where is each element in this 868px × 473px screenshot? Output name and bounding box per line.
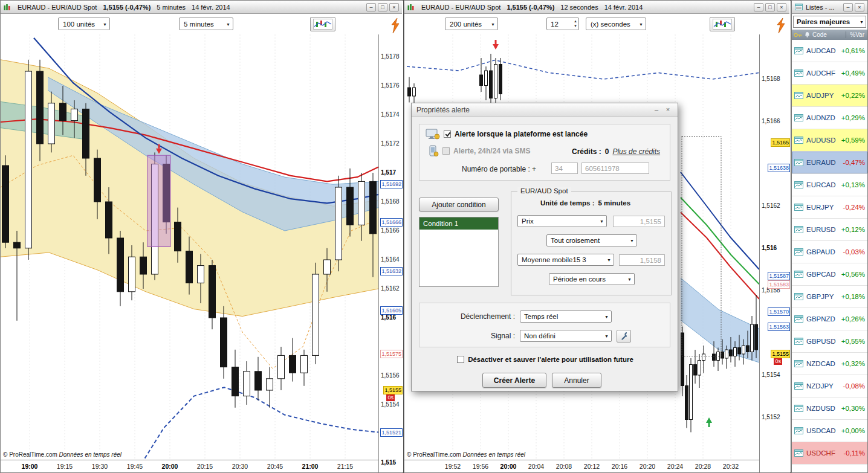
time-axis[interactable]: 19:5219:5620:0020:0420:0820:1220:1620:20… <box>404 460 789 472</box>
price-axis[interactable]: 1,51681,51661,51621,5161,51581,51541,515… <box>759 1 791 472</box>
instrument-var: +0,18% <box>841 293 865 300</box>
maximize-button[interactable]: □ <box>378 3 387 11</box>
time-tick: 20:08 <box>556 463 572 470</box>
window-timeframe: 12 secondes <box>560 4 598 11</box>
instrument-var: -0,11% <box>843 449 865 457</box>
instrument-list[interactable]: AUDCAD+0,61% AUDCHF+0,49% AUDJPY+0,22% A… <box>792 40 867 472</box>
cancel-button[interactable]: Annuler <box>552 373 601 388</box>
price-label: 1,51521 <box>380 428 403 437</box>
instrument-row[interactable]: EURCAD+0,13% <box>792 174 867 196</box>
spinner-up-icon[interactable]: ▲ <box>574 19 577 24</box>
phone-prefix-field[interactable] <box>551 162 578 174</box>
signal-settings-button[interactable] <box>617 330 631 343</box>
window-titlebar[interactable]: Listes - ... – × <box>792 1 867 14</box>
price-label: 1,51692 <box>380 180 403 188</box>
units-dropdown[interactable]: 200 unités ▼ <box>445 18 498 30</box>
instrument-row[interactable]: AUDUSD+0,59% <box>792 129 867 152</box>
timeframe-label: Unité de temps : <box>540 199 594 207</box>
instrument-row[interactable]: GBPJPY+0,18% <box>792 286 867 308</box>
minimize-button[interactable]: – <box>652 106 661 114</box>
minimize-button[interactable]: – <box>754 3 763 11</box>
price-source-dropdown[interactable]: Prix ▼ <box>517 215 607 227</box>
instrument-var: +0,26% <box>841 315 865 323</box>
time-tick: 19:00 <box>22 463 38 470</box>
window-titlebar[interactable]: EURAUD - EUR/AUD Spot 1,5155 (-0,47%) 12… <box>404 1 789 14</box>
time-tick: 19:45 <box>127 463 143 470</box>
phone-number-field[interactable] <box>581 162 649 174</box>
price-axis[interactable]: 1,51781,51761,51741,51721,5171,51681,516… <box>378 1 403 472</box>
timeframe-unit-dropdown[interactable]: (x) secondes ▼ <box>586 18 646 30</box>
maximize-button[interactable]: □ <box>765 3 775 11</box>
window-quote: 1,5155 (-0,47%) <box>103 4 151 11</box>
instrument-row[interactable]: NZDCAD+0,32% <box>792 353 867 375</box>
list-header[interactable]: Code %Var <box>792 30 867 40</box>
price-tick: 1,5152 <box>762 414 780 420</box>
instrument-row[interactable]: AUDCHF+0,49% <box>792 62 867 85</box>
close-button[interactable]: × <box>663 106 673 114</box>
chart-type-button[interactable] <box>710 17 735 31</box>
trigger-box: Déclenchement : Temps réel ▼ Signal : No… <box>419 303 670 347</box>
instrument-row[interactable]: AUDNZD+0,29% <box>792 107 867 129</box>
instrument-row[interactable]: EURUSD+0,12% <box>792 219 867 241</box>
price-value-field[interactable] <box>613 216 665 227</box>
period-dropdown[interactable]: Période en cours ▼ <box>549 273 635 285</box>
instrument-row[interactable]: EURJPY-0,24% <box>792 196 867 219</box>
launch-alert-checkbox[interactable] <box>444 130 451 138</box>
price-tick: 1,5176 <box>381 82 400 89</box>
dialog-title: Propriétés alerte <box>416 106 470 114</box>
instrument-row[interactable]: GBPCAD+0,56% <box>792 263 867 286</box>
instrument-row[interactable]: GBPNZD+0,26% <box>792 308 867 330</box>
disable-save-checkbox[interactable] <box>457 356 464 363</box>
list-selector-dropdown[interactable]: Paires majeures ▼ <box>793 16 866 28</box>
copyright-note: © ProRealTime.com Données en temps réel <box>3 451 121 458</box>
mini-chart-icon <box>794 204 803 211</box>
instrument-row[interactable]: AUDCAD+0,61% <box>792 40 867 62</box>
crossing-dropdown[interactable]: Tout croisement ▼ <box>546 234 637 246</box>
instrument-row[interactable]: EURAUD-0,47% <box>792 152 867 174</box>
price-chart-canvas[interactable] <box>1 1 403 473</box>
time-tick: 20:32 <box>723 463 739 470</box>
trigger-dropdown[interactable]: Temps réel ▼ <box>520 311 612 323</box>
instrument-var: +0,61% <box>841 47 865 54</box>
close-button[interactable]: × <box>389 3 399 11</box>
instrument-row[interactable]: USDCHF-0,11% <box>792 442 867 465</box>
indicator-dropdown[interactable]: Moyenne mobile15 3 ▼ <box>517 254 614 266</box>
close-button[interactable]: × <box>777 3 786 11</box>
chart-window-icon <box>407 4 415 11</box>
minimize-button[interactable]: – <box>843 3 853 11</box>
chart-type-button[interactable] <box>310 17 335 31</box>
prorealtime-logo-icon[interactable] <box>775 18 787 37</box>
conditions-listbox[interactable]: Condition 1 <box>419 217 499 287</box>
condition-item[interactable]: Condition 1 <box>419 217 498 230</box>
instrument-row[interactable]: GBPUSD+0,55% <box>792 330 867 353</box>
instrument-row[interactable]: USDCAD+0,00% <box>792 420 867 442</box>
launch-alert-label: Alerte lorsque la plateforme est lancée <box>455 130 588 138</box>
instrument-code: GBPNZD <box>806 315 835 323</box>
instrument-var: +0,49% <box>841 69 865 77</box>
time-tick: 20:45 <box>267 463 283 470</box>
spinner-down-icon[interactable]: ▼ <box>574 24 577 28</box>
credits-label: Crédits : <box>572 147 601 156</box>
units-dropdown[interactable]: 100 unités ▼ <box>58 18 110 30</box>
instrument-row[interactable]: AUDJPY+0,22% <box>792 85 867 107</box>
instrument-row[interactable]: GBPAUD-0,03% <box>792 241 867 263</box>
more-credits-link[interactable]: Plus de crédits <box>612 147 660 156</box>
instrument-row[interactable]: NZDUSD+0,30% <box>792 397 867 420</box>
alert-properties-dialog: Propriétés alerte – × Alerte lorsque la … <box>411 103 678 391</box>
add-condition-button[interactable]: Ajouter condition <box>419 198 499 211</box>
time-axis[interactable]: 19:0019:1519:3019:4520:0020:1520:3020:45… <box>1 460 402 472</box>
timeframe-dropdown[interactable]: 5 minutes ▼ <box>179 18 233 30</box>
prorealtime-logo-icon[interactable] <box>389 18 401 37</box>
close-button[interactable]: × <box>855 3 864 11</box>
instrument-row[interactable]: NZDJPY-0,08% <box>792 375 867 397</box>
indicator-value-field[interactable] <box>619 254 665 266</box>
window-titlebar[interactable]: EURAUD - EUR/AUD Spot 1,5155 (-0,47%) 5 … <box>1 1 402 14</box>
sms-alert-checkbox[interactable] <box>442 147 450 155</box>
create-alert-button[interactable]: Créer Alerte <box>482 373 546 388</box>
timeframe-value-spinner[interactable]: 12 ▲ ▼ <box>546 18 579 30</box>
signal-dropdown[interactable]: Non défini ▼ <box>520 330 612 342</box>
minimize-button[interactable]: – <box>366 3 376 11</box>
mini-chart-icon <box>794 181 803 188</box>
dialog-titlebar[interactable]: Propriétés alerte – × <box>412 103 678 117</box>
mini-chart-icon <box>794 427 803 434</box>
